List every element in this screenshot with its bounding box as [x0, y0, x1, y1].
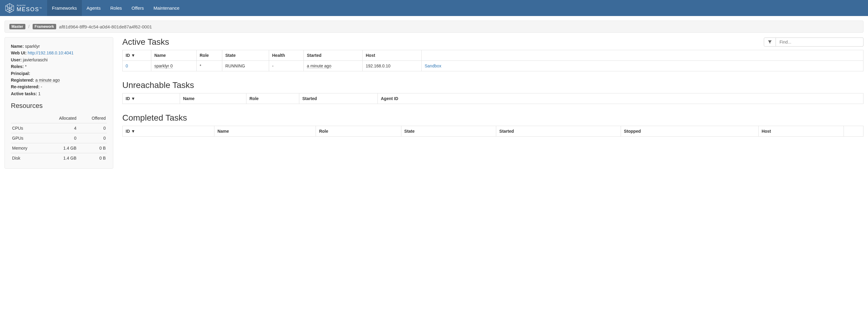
- active-task-host: 192.168.0.10: [363, 61, 422, 71]
- nav-offers[interactable]: Offers: [127, 0, 149, 16]
- comp-col-name[interactable]: Name: [214, 126, 316, 137]
- active-tasks-heading: Active Tasks: [122, 37, 169, 47]
- filter-button[interactable]: [764, 37, 776, 47]
- active-col-started[interactable]: Started: [304, 50, 363, 61]
- value-user: javierluraschi: [23, 57, 48, 62]
- crumb-master[interactable]: Master: [9, 24, 25, 29]
- completed-tasks-table: ID ▼ Name Role State Started Stopped Hos…: [122, 126, 864, 137]
- value-roles: *: [25, 64, 27, 69]
- nav-links: Frameworks Agents Roles Offers Maintenan…: [47, 0, 184, 16]
- active-col-state[interactable]: State: [222, 50, 269, 61]
- unreachable-tasks-table: ID ▼ Name Role Started Agent ID: [122, 93, 864, 104]
- unreach-col-role[interactable]: Role: [246, 93, 299, 104]
- active-col-sandbox: [422, 50, 864, 61]
- active-task-role: *: [196, 61, 222, 71]
- active-col-health[interactable]: Health: [269, 50, 304, 61]
- resource-row-gpus: GPUs 0 0: [11, 133, 107, 143]
- active-task-id[interactable]: 0: [126, 63, 128, 68]
- value-active-tasks: 1: [38, 91, 40, 96]
- comp-col-host[interactable]: Host: [758, 126, 843, 137]
- unreachable-tasks-heading: Unreachable Tasks: [122, 80, 864, 90]
- breadcrumb: Master / Framework af81d964-8ff9-4c54-a0…: [4, 21, 864, 33]
- nav-agents[interactable]: Agents: [82, 0, 106, 16]
- comp-col-started[interactable]: Started: [496, 126, 621, 137]
- col-allocated: Allocated: [42, 113, 78, 123]
- nav-maintenance[interactable]: Maintenance: [149, 0, 184, 16]
- unreach-col-agent-id[interactable]: Agent ID: [378, 93, 864, 104]
- active-task-sandbox[interactable]: Sandbox: [425, 63, 441, 68]
- mesos-cube-icon: [4, 3, 15, 13]
- active-task-started: a minute ago: [307, 63, 331, 68]
- resource-row-disk: Disk 1.4 GB 0 B: [11, 153, 107, 163]
- label-user: User:: [11, 57, 22, 62]
- main-content: Active Tasks ID ▼ Name Role State Health…: [122, 37, 864, 169]
- framework-info-panel: Name:sparklyr Web UI:http://192.168.0.10…: [4, 37, 113, 169]
- active-col-host[interactable]: Host: [363, 50, 422, 61]
- comp-col-state[interactable]: State: [401, 126, 496, 137]
- crumb-sep: /: [28, 24, 30, 29]
- active-task-health: -: [269, 61, 304, 71]
- completed-tasks-heading: Completed Tasks: [122, 113, 864, 123]
- value-name: sparklyr: [25, 44, 40, 49]
- resource-row-cpus: CPUs 4 0: [11, 123, 107, 133]
- filter-group: [764, 37, 864, 47]
- nav-roles[interactable]: Roles: [105, 0, 127, 16]
- label-web-ui: Web UI:: [11, 51, 27, 55]
- crumb-framework[interactable]: Framework: [33, 24, 56, 29]
- active-col-role[interactable]: Role: [196, 50, 222, 61]
- value-web-ui[interactable]: http://192.168.0.10:4041: [28, 51, 74, 55]
- label-roles: Roles:: [11, 64, 24, 69]
- comp-col-extra: [843, 126, 863, 137]
- navbar: Apache MESOS™ Frameworks Agents Roles Of…: [0, 0, 868, 16]
- active-task-state: RUNNING: [222, 61, 269, 71]
- funnel-icon: [768, 40, 772, 44]
- sidebar: Name:sparklyr Web UI:http://192.168.0.10…: [4, 37, 113, 169]
- logo-text: Apache MESOS™: [17, 4, 42, 12]
- resources-table: Allocated Offered CPUs 4 0 GPUs 0 0: [11, 113, 107, 163]
- active-col-name[interactable]: Name: [151, 50, 196, 61]
- active-task-row: 0 sparklyr 0 * RUNNING - a minute ago 19…: [123, 61, 864, 71]
- comp-col-stopped[interactable]: Stopped: [621, 126, 758, 137]
- resources-heading: Resources: [11, 102, 107, 110]
- label-active-tasks: Active tasks:: [11, 91, 37, 96]
- active-col-id[interactable]: ID ▼: [123, 50, 151, 61]
- label-name: Name:: [11, 44, 24, 49]
- active-task-name: sparklyr 0: [154, 63, 173, 68]
- active-tasks-table: ID ▼ Name Role State Health Started Host…: [122, 50, 864, 71]
- resource-row-memory: Memory 1.4 GB 0 B: [11, 143, 107, 153]
- value-registered: a minute ago: [35, 78, 60, 83]
- unreach-col-name[interactable]: Name: [180, 93, 246, 104]
- comp-col-role[interactable]: Role: [316, 126, 401, 137]
- unreach-col-started[interactable]: Started: [299, 93, 378, 104]
- value-re-registered: -: [41, 84, 42, 89]
- label-principal: Principal:: [11, 71, 30, 76]
- crumb-framework-id: af81d964-8ff9-4c54-a0d4-801de87a4f62-000…: [59, 24, 152, 29]
- filter-input[interactable]: [776, 37, 864, 47]
- nav-frameworks[interactable]: Frameworks: [47, 0, 82, 16]
- mesos-logo[interactable]: Apache MESOS™: [4, 3, 42, 13]
- unreach-col-id[interactable]: ID ▼: [123, 93, 180, 104]
- label-registered: Registered:: [11, 78, 34, 83]
- comp-col-id[interactable]: ID ▼: [123, 126, 214, 137]
- label-re-registered: Re-registered:: [11, 84, 39, 89]
- col-offered: Offered: [78, 113, 107, 123]
